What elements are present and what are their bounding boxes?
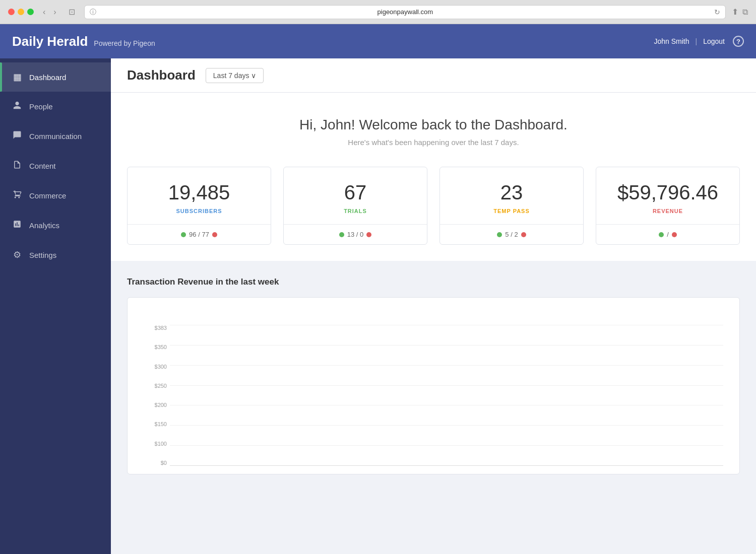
sidebar-label-analytics: Analytics (29, 221, 59, 230)
green-dot-temppass (497, 232, 502, 237)
welcome-section: Hi, John! Welcome back to the Dashboard.… (111, 93, 756, 167)
minimize-button[interactable] (18, 9, 24, 15)
dashboard-icon: ▦ (12, 72, 22, 83)
stat-card-top-subscribers: 19,485 SUBSCRIBERS (128, 167, 271, 225)
stat-card-temppass: 23 TEMP PASS 5 / 2 (439, 167, 584, 245)
chart-inner: $383 $350 $300 $250 $200 $150 $100 $0 (144, 310, 723, 466)
logout-button[interactable]: Logout (703, 37, 725, 45)
user-name: John Smith (654, 37, 689, 45)
header-brand: Daily Herald Powered by Pigeon (12, 34, 654, 49)
sidebar-label-people: People (29, 102, 53, 111)
temppass-bottom-text: 5 / 2 (505, 231, 518, 238)
address-bar[interactable]: ⓘ pigeonpaywall.com ↻ (84, 5, 726, 19)
y-label-0: $0 (144, 460, 167, 466)
revenue-number: $59,796.46 (608, 181, 727, 204)
y-label-350: $350 (144, 344, 167, 350)
y-label-150: $150 (144, 421, 167, 427)
date-filter-dropdown[interactable]: Last 7 days ∨ (206, 68, 264, 83)
analytics-icon (12, 220, 22, 231)
page-header: Dashboard Last 7 days ∨ (111, 58, 756, 93)
browser-actions: ⬆ ⧉ (732, 7, 748, 17)
back-button[interactable]: ‹ (40, 7, 48, 18)
chart-title: Transaction Revenue in the last week (127, 277, 740, 287)
share-button[interactable]: ⬆ (732, 7, 738, 17)
stat-card-bottom-trials: 13 / 0 (284, 225, 427, 244)
sidebar-item-commerce[interactable]: Commerce (0, 181, 111, 211)
app-title: Daily Herald (12, 34, 88, 49)
chart-container: $383 $350 $300 $250 $200 $150 $100 $0 (127, 297, 740, 474)
sidebar-item-dashboard[interactable]: ▦ Dashboard (0, 62, 111, 92)
trials-number: 67 (296, 181, 415, 204)
app-subtitle: Powered by Pigeon (94, 39, 155, 47)
sidebar-label-commerce: Commerce (29, 191, 66, 200)
subscribers-bottom-text: 96 / 77 (189, 231, 209, 238)
stat-card-top-trials: 67 TRIALS (284, 167, 427, 225)
subscribers-number: 19,485 (140, 181, 259, 204)
browser-chrome: ‹ › ⊡ ⓘ pigeonpaywall.com ↻ ⬆ ⧉ (0, 0, 756, 24)
stat-card-revenue: $59,796.46 REVENUE / (596, 167, 740, 245)
subscribers-label: SUBSCRIBERS (140, 208, 259, 214)
sidebar-item-people[interactable]: People (0, 92, 111, 121)
communication-icon (12, 130, 22, 142)
stats-section: 19,485 SUBSCRIBERS 96 / 77 67 TRIALS (111, 167, 756, 261)
green-dot-subscribers (181, 232, 186, 237)
page-title: Dashboard (127, 67, 196, 83)
stat-card-top-revenue: $59,796.46 REVENUE (596, 167, 739, 225)
stat-card-top-temppass: 23 TEMP PASS (440, 167, 583, 225)
sidebar-label-content: Content (29, 162, 56, 170)
red-dot-temppass (521, 232, 526, 237)
stat-card-bottom-subscribers: 96 / 77 (128, 225, 271, 244)
sidebar-label-communication: Communication (29, 132, 82, 141)
green-dot-trials (339, 232, 344, 237)
stat-card-trials: 67 TRIALS 13 / 0 (283, 167, 427, 245)
sidebar-item-communication[interactable]: Communication (0, 121, 111, 151)
temppass-number: 23 (452, 181, 571, 204)
red-dot-subscribers (212, 232, 217, 237)
header-user: John Smith | Logout ? (654, 36, 744, 47)
y-label-300: $300 (144, 364, 167, 370)
url-text: pigeonpaywall.com (100, 8, 710, 16)
app-header: Daily Herald Powered by Pigeon John Smit… (0, 24, 756, 58)
main-content: Dashboard Last 7 days ∨ Hi, John! Welcom… (111, 58, 756, 554)
stat-card-bottom-revenue: / (596, 225, 739, 244)
y-label-max: $383 (144, 325, 167, 331)
sidebar-label-dashboard: Dashboard (29, 73, 66, 82)
y-label-250: $250 (144, 383, 167, 389)
settings-icon: ⚙ (12, 249, 22, 260)
y-label-200: $200 (144, 402, 167, 408)
close-button[interactable] (8, 9, 15, 15)
refresh-button[interactable]: ↻ (714, 8, 720, 16)
welcome-subtitle: Here's what's been happening over the la… (127, 138, 740, 147)
layout-button[interactable]: ⊡ (66, 6, 78, 18)
sidebar-item-analytics[interactable]: Analytics (0, 211, 111, 240)
green-dot-revenue (659, 232, 664, 237)
red-dot-trials (366, 232, 371, 237)
trials-bottom-text: 13 / 0 (347, 231, 364, 238)
sidebar: ▦ Dashboard People Communication Conten (0, 58, 111, 554)
revenue-bottom-text: / (667, 231, 669, 238)
trials-label: TRIALS (296, 208, 415, 214)
commerce-icon (12, 190, 22, 201)
forward-button[interactable]: › (50, 7, 59, 18)
app-wrapper: Daily Herald Powered by Pigeon John Smit… (0, 24, 756, 554)
stat-card-subscribers: 19,485 SUBSCRIBERS 96 / 77 (127, 167, 271, 245)
new-window-button[interactable]: ⧉ (742, 7, 748, 17)
people-icon (12, 101, 22, 112)
chart-section: Transaction Revenue in the last week $38… (111, 261, 756, 491)
header-divider: | (696, 37, 698, 45)
sidebar-item-content[interactable]: Content (0, 151, 111, 181)
stat-card-bottom-temppass: 5 / 2 (440, 225, 583, 244)
content-icon (12, 160, 22, 172)
security-icon: ⓘ (90, 8, 96, 17)
maximize-button[interactable] (27, 9, 34, 15)
revenue-label: REVENUE (608, 208, 727, 214)
y-label-100: $100 (144, 441, 167, 447)
browser-nav: ‹ › (40, 7, 59, 18)
sidebar-item-settings[interactable]: ⚙ Settings (0, 240, 111, 269)
temppass-label: TEMP PASS (452, 208, 571, 214)
sidebar-label-settings: Settings (29, 251, 56, 259)
red-dot-revenue (672, 232, 677, 237)
help-button[interactable]: ? (733, 36, 744, 47)
welcome-title: Hi, John! Welcome back to the Dashboard. (127, 117, 740, 133)
app-body: ▦ Dashboard People Communication Conten (0, 58, 756, 554)
